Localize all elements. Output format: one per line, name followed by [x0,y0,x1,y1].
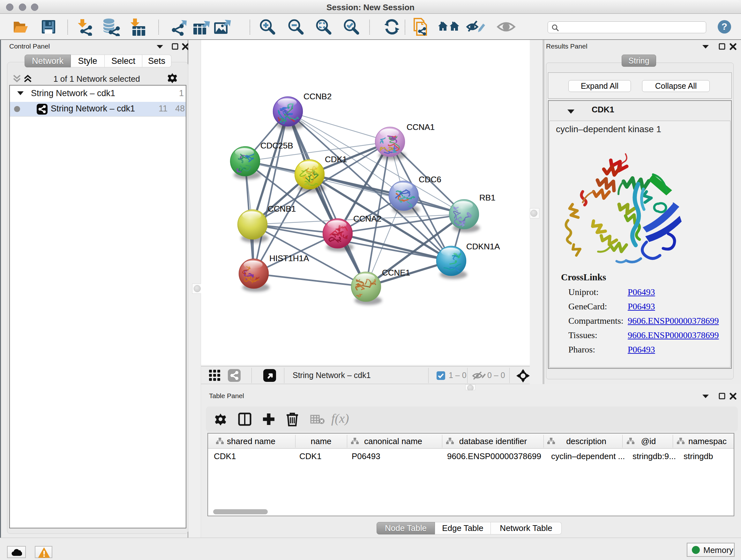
svg-text:?: ? [722,21,727,32]
